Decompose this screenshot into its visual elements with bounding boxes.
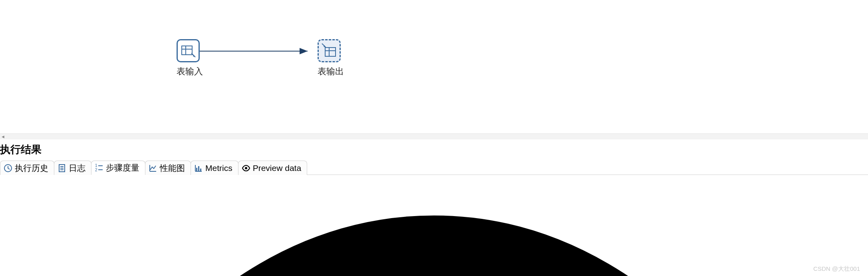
svg-rect-7 (325, 48, 336, 56)
svg-rect-21 (200, 169, 201, 171)
chart-bar-icon (194, 164, 203, 173)
node-label: 表输出 (318, 66, 344, 77)
tab-metrics[interactable]: Metrics (191, 161, 238, 175)
tab-preview-data[interactable]: Preview data (238, 161, 307, 175)
table-input-icon (180, 43, 196, 59)
tab-label: Metrics (205, 163, 232, 173)
hop-arrow[interactable] (200, 45, 316, 57)
tab-log[interactable]: 日志 (54, 161, 91, 175)
chart-line-icon (149, 164, 157, 173)
svg-rect-19 (196, 168, 197, 171)
node-table-output[interactable]: 表输出 (318, 39, 344, 77)
results-tabs: 执行历史 日志 1 2 步骤度量 性能图 Metrics (0, 160, 868, 175)
clock-icon (4, 164, 12, 173)
table-output-icon (321, 43, 337, 59)
tab-label: 日志 (69, 163, 85, 174)
svg-rect-20 (198, 166, 199, 171)
horizontal-scrollbar[interactable]: ◄ (0, 133, 868, 139)
canvas-area[interactable]: 表输入 表输出 (0, 0, 868, 133)
svg-text:2: 2 (95, 168, 97, 172)
watermark: CSDN @大壮001 (813, 265, 860, 273)
svg-point-22 (245, 167, 247, 169)
svg-rect-2 (182, 46, 192, 55)
toolbar-row (0, 175, 868, 276)
svg-text:1: 1 (95, 163, 97, 168)
tab-perf[interactable]: 性能图 (145, 161, 191, 175)
eye-icon (242, 164, 250, 173)
tab-history[interactable]: 执行历史 (0, 161, 54, 175)
results-title: 执行结果 (0, 139, 868, 160)
tab-label: Preview data (253, 163, 301, 173)
tab-label: 性能图 (160, 163, 185, 174)
document-icon (58, 164, 66, 173)
tab-label: 步骤度量 (106, 162, 139, 173)
scroll-left-icon[interactable]: ◄ (0, 134, 6, 140)
list-numbered-icon: 1 2 (95, 163, 103, 172)
tab-label: 执行历史 (15, 163, 48, 174)
svg-marker-1 (300, 48, 308, 54)
node-table-input[interactable]: 表输入 (177, 39, 203, 77)
tab-step-metrics[interactable]: 1 2 步骤度量 (91, 161, 145, 175)
node-label: 表输入 (177, 66, 203, 77)
